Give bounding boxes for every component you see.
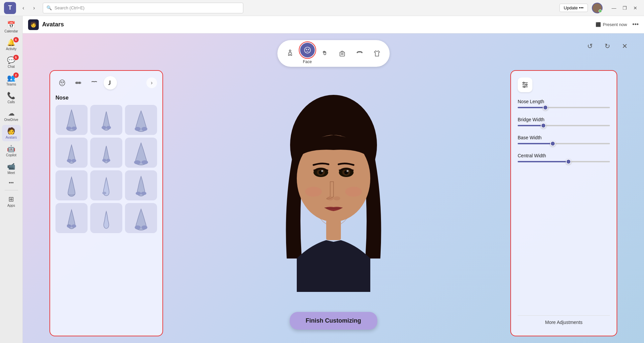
svg-point-18	[135, 127, 141, 131]
sidebar-item-more[interactable]: •••	[2, 178, 21, 187]
sidebar-item-activity[interactable]: 6 🔔 Activity	[2, 36, 21, 53]
nose-option-2[interactable]	[90, 105, 122, 135]
sidebar-label-apps: Apps	[7, 204, 15, 207]
adjustments-icon	[518, 77, 532, 92]
present-icon: ⬛	[596, 22, 601, 27]
app-header: 🧑 Avatars ⬛ Present now •••	[23, 16, 644, 33]
nose-option-6[interactable]	[125, 138, 157, 168]
content-area: 🧑 Avatars ⬛ Present now •••	[23, 16, 644, 343]
more-adjustments-button[interactable]: More Adjustments	[518, 315, 610, 329]
chat-badge: 5	[13, 55, 19, 60]
svg-point-46	[345, 187, 362, 197]
face-feature-tab[interactable]	[55, 76, 69, 90]
sidebar-item-avatars[interactable]: 🧑 Avatars	[2, 125, 21, 141]
eyebrow-tab[interactable]	[88, 76, 101, 90]
nose-length-label: Nose Length	[518, 99, 610, 104]
back-button[interactable]: ‹	[19, 3, 28, 13]
toolbar-outfit-button[interactable]	[370, 46, 384, 61]
svg-point-30	[72, 224, 76, 228]
toolbar-body-button[interactable]	[283, 46, 297, 61]
onedrive-icon: ☁	[8, 109, 15, 117]
svg-point-3	[308, 49, 309, 50]
svg-rect-47	[326, 220, 341, 240]
nose-tab[interactable]	[104, 76, 117, 90]
nose-length-thumb[interactable]	[543, 105, 548, 110]
panel-tabs-next[interactable]: ›	[146, 77, 157, 88]
svg-point-38	[321, 170, 323, 172]
central-width-track[interactable]	[518, 161, 610, 162]
svg-point-13	[79, 82, 80, 83]
header-more-button[interactable]: •••	[632, 21, 639, 28]
update-button[interactable]: Update •••	[559, 4, 588, 12]
nose-option-4[interactable]	[55, 138, 88, 168]
title-bar: T ‹ › 🔍 Search (Ctrl+E) Update ••• — ❐ ✕	[0, 0, 644, 16]
more-icon: •••	[9, 180, 14, 185]
forward-button[interactable]: ›	[29, 3, 39, 13]
present-now-button[interactable]: ⬛ Present now	[593, 21, 630, 28]
central-width-section: Central Width	[518, 153, 610, 164]
nose-option-8[interactable]	[90, 170, 122, 200]
bridge-width-fill	[518, 125, 543, 126]
svg-point-9	[63, 82, 63, 82]
bridge-width-track[interactable]	[518, 125, 610, 126]
minimize-button[interactable]: —	[609, 3, 619, 13]
sidebar-item-apps[interactable]: ⊞ Apps	[2, 193, 21, 209]
central-width-label: Central Width	[518, 153, 610, 158]
nose-option-5[interactable]	[90, 138, 122, 168]
user-avatar[interactable]	[592, 3, 603, 13]
maximize-button[interactable]: ❐	[620, 3, 629, 13]
nose-option-7[interactable]	[55, 170, 88, 200]
title-bar-right: Update ••• — ❐ ✕	[559, 3, 640, 13]
nose-option-1[interactable]	[55, 105, 88, 135]
nose-option-10[interactable]	[55, 203, 88, 233]
svg-point-25	[141, 160, 148, 164]
nose-option-9[interactable]	[125, 170, 157, 200]
svg-point-28	[141, 192, 146, 195]
central-width-thumb[interactable]	[566, 159, 571, 164]
svg-point-16	[102, 126, 106, 129]
nose-length-track[interactable]	[518, 107, 610, 108]
svg-point-1	[304, 47, 310, 53]
sidebar-item-calls[interactable]: 📞 Calls	[2, 90, 21, 106]
sidebar-item-copilot[interactable]: 🤖 Copilot	[2, 143, 21, 159]
window-controls: — ❐ ✕	[609, 3, 640, 13]
toolbar-face-button[interactable]	[300, 43, 315, 57]
sidebar-item-teams[interactable]: 2 👥 Teams	[2, 72, 21, 88]
nose-option-12[interactable]	[125, 203, 157, 233]
sidebar-label-calendar: Calendar	[4, 29, 18, 33]
sidebar-item-onedrive[interactable]: ☁ OneDrive	[2, 107, 21, 124]
sidebar-label-teams: Teams	[6, 82, 16, 86]
svg-point-51	[523, 82, 524, 83]
svg-point-52	[526, 84, 527, 85]
nose-option-11[interactable]	[90, 203, 122, 233]
sidebar-item-calendar[interactable]: 📅 Calendar	[2, 19, 21, 35]
sidebar-label-avatars: Avatars	[6, 136, 17, 139]
close-button[interactable]: ✕	[631, 3, 640, 13]
toolbar-gesture-button[interactable]	[317, 46, 332, 61]
svg-point-22	[102, 159, 106, 162]
svg-point-15	[72, 127, 77, 130]
eyes-tab[interactable]	[72, 76, 85, 90]
sidebar-item-chat[interactable]: 5 💬 Chat	[2, 54, 21, 70]
toolbar-style-button[interactable]	[335, 46, 350, 61]
avatar-toolbar: Face	[277, 40, 390, 67]
base-width-thumb[interactable]	[550, 141, 555, 146]
finish-customizing-button[interactable]: Finish Customizing	[290, 312, 377, 330]
toolbar-accessories-button[interactable]	[352, 46, 367, 61]
toolbar-close-button[interactable]: ✕	[619, 40, 631, 52]
panel-tabs: ›	[55, 76, 157, 90]
bridge-width-thumb[interactable]	[541, 123, 546, 128]
sidebar-label-meet: Meet	[7, 171, 15, 175]
user-status-indicator	[599, 9, 602, 13]
redo-button[interactable]: ↻	[601, 40, 613, 52]
svg-point-42	[347, 170, 349, 172]
sidebar-item-meet[interactable]: 📹 Meet	[2, 160, 21, 177]
avatar-figure	[270, 85, 397, 292]
undo-button[interactable]: ↺	[584, 40, 596, 52]
base-width-section: Base Width	[518, 135, 610, 146]
search-bar[interactable]: 🔍 Search (Ctrl+E)	[43, 3, 243, 13]
base-width-track[interactable]	[518, 143, 610, 144]
svg-point-21	[72, 159, 76, 162]
sidebar-label-chat: Chat	[8, 65, 15, 68]
nose-option-3[interactable]	[125, 105, 157, 135]
